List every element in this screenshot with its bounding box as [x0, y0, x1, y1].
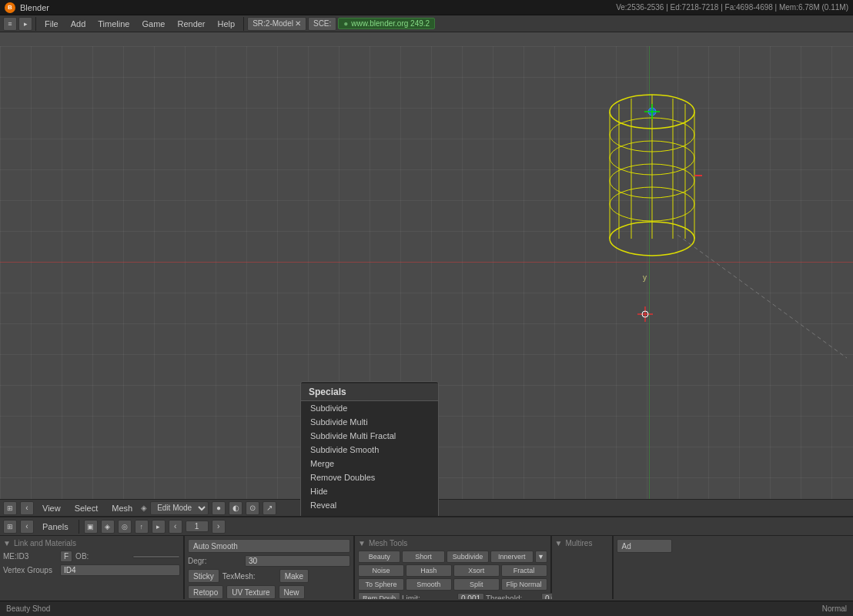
center-panel: Auto Smooth Degr: Sticky TexMesh: Make R… — [185, 536, 355, 599]
panels-icon-d[interactable]: ↑ — [135, 520, 149, 534]
y-axis-label: y — [643, 273, 647, 282]
mesh-row-1: Beauty Short Subdivide Innervert ▼ — [358, 551, 547, 563]
new-btn[interactable]: New — [279, 585, 305, 599]
mesh-dropdown-btn[interactable]: ▼ — [535, 551, 547, 563]
svg-line-21 — [677, 235, 847, 358]
split-btn[interactable]: Split — [453, 578, 500, 591]
multires-title: ▼ Multires — [555, 539, 609, 547]
degr-row: Degr: — [188, 555, 350, 567]
add-btn[interactable]: Ad — [617, 539, 672, 553]
dashed-line — [677, 235, 853, 390]
scene-icon[interactable]: ◐ — [229, 501, 243, 515]
menu-timeline[interactable]: Timeline — [92, 18, 135, 30]
beauty-shod-label: Beauty Shod — [6, 604, 50, 613]
vertex-groups-input[interactable]: ID4 — [60, 564, 180, 576]
link-materials-panel: ▼ Link and Materials ME:ID3 F OB: Vertex… — [0, 536, 185, 599]
ctx-subdivide[interactable]: Subdivide — [301, 401, 438, 415]
ctx-hide[interactable]: Hide — [301, 484, 438, 498]
auto-smooth-btn[interactable]: Auto Smooth — [188, 539, 350, 553]
3d-cylinder — [602, 89, 694, 258]
link-materials-title: ▼ Link and Materials — [3, 539, 180, 547]
auto-smooth-row: Auto Smooth — [188, 539, 350, 553]
menu-file[interactable]: File — [39, 18, 64, 30]
frame-next[interactable]: › — [212, 520, 226, 534]
viewport[interactable]: y — [0, 46, 853, 516]
sticky-btn[interactable]: Sticky — [188, 569, 219, 583]
mesh-tools-panel: ▼ Mesh Tools Beauty Short Subdivide Inne… — [355, 536, 552, 599]
prop-icon[interactable]: ↗ — [263, 501, 276, 515]
render-icon[interactable]: ● — [212, 501, 226, 515]
context-menu-title: Specials — [301, 383, 438, 401]
menu-game[interactable]: Game — [136, 18, 170, 30]
window-title: Blender — [20, 3, 49, 12]
scene-dropdown[interactable]: SR:2-Model ✕ — [247, 17, 306, 31]
panels-label[interactable]: Panels — [37, 521, 74, 533]
noise-btn[interactable]: Noise — [358, 564, 404, 577]
degr-input[interactable] — [245, 555, 350, 567]
viewport-icon-grid[interactable]: ⊞ — [3, 501, 17, 515]
context-menu: Specials Subdivide Subdivide Multi Subdi… — [300, 381, 439, 516]
menubar: ≡ ▸ File Add Timeline Game Render Help S… — [0, 15, 853, 32]
short-btn[interactable]: Short — [402, 551, 444, 563]
mode-dropdown[interactable]: Edit Mode — [150, 501, 209, 515]
mode-icon: ◈ — [141, 504, 147, 512]
status-bar-bottom: Beauty Shod Normal — [0, 601, 853, 616]
snap-icon[interactable]: ⊙ — [246, 501, 259, 515]
fractal-btn[interactable]: Fractal — [501, 564, 547, 577]
menu-help[interactable]: Help — [212, 18, 241, 30]
ctx-subdivide-multi-fractal[interactable]: Subdivide Multi Fractal — [301, 429, 438, 443]
menu-render[interactable]: Render — [172, 18, 210, 30]
sce-dropdown[interactable]: SCE: — [308, 17, 336, 31]
titlebar: B Blender Ve:2536-2536 | Ed:7218-7218 | … — [0, 0, 853, 15]
ob-input[interactable] — [132, 555, 180, 558]
xsort-btn[interactable]: Xsort — [453, 564, 500, 577]
menu-add[interactable]: Add — [65, 18, 92, 30]
make-btn[interactable]: Make — [279, 569, 309, 583]
ctx-remove-doubles[interactable]: Remove Doubles — [301, 470, 438, 484]
blender-logo: B — [5, 2, 15, 13]
add-panel: Ad — [614, 536, 675, 599]
me-row: ME:ID3 F OB: — [3, 551, 180, 562]
select-label[interactable]: Select — [69, 502, 104, 514]
panels-icon-e[interactable]: ▸ — [152, 520, 166, 534]
panels-area: ▼ Link and Materials ME:ID3 F OB: Vertex… — [0, 536, 853, 599]
multires-panel: ▼ Multires — [552, 536, 614, 599]
mesh-tools-title: ▼ Mesh Tools — [358, 539, 547, 547]
retopo-btn[interactable]: Retopo — [188, 585, 223, 599]
vertex-groups-row: Vertex Groups ID4 — [3, 564, 180, 576]
innervert-btn[interactable]: Innervert — [490, 551, 533, 563]
beauty-btn[interactable]: Beauty — [358, 551, 400, 563]
ctx-subdivide-smooth[interactable]: Subdivide Smooth — [301, 443, 438, 457]
frame-input[interactable]: 1 — [186, 521, 209, 532]
view-label[interactable]: View — [37, 502, 66, 514]
panels-icon[interactable]: ⊞ — [3, 520, 17, 534]
rem-doub-btn[interactable]: Rem Doub — [358, 592, 400, 599]
panels-icon-b[interactable]: ◈ — [101, 520, 115, 534]
ctx-reveal[interactable]: Reveal — [301, 498, 438, 512]
mesh-label[interactable]: Mesh — [106, 502, 138, 514]
panels-icon-a[interactable]: ▣ — [84, 520, 98, 534]
menu-arrow-btn[interactable]: ▸ — [18, 17, 32, 31]
url-bar: ● www.blender.org 249.2 — [338, 18, 435, 29]
to-sphere-btn[interactable]: To Sphere — [358, 578, 404, 591]
smooth-btn[interactable]: Smooth — [406, 578, 452, 591]
uv-texture-btn[interactable]: UV Texture — [226, 585, 275, 599]
info-stats: Ve:2536-2536 | Ed:7218-7218 | Fa:4698-46… — [616, 3, 848, 12]
hash-btn[interactable]: Hash — [406, 564, 452, 577]
rem-doub-row: Rem Doub Limit: Threshold: — [358, 592, 547, 599]
normal-label: Normal — [822, 604, 847, 613]
flip-normal-btn[interactable]: Flip Normal — [501, 578, 547, 591]
limit-input[interactable] — [457, 593, 484, 600]
tex-mesh-row: Sticky TexMesh: Make — [188, 569, 350, 583]
frame-prev[interactable]: ‹ — [169, 520, 182, 534]
panels-arrow[interactable]: ‹ — [20, 520, 34, 534]
menu-icon-btn[interactable]: ≡ — [3, 17, 17, 31]
subdivide-btn[interactable]: Subdivide — [447, 551, 489, 563]
ctx-subdivide-multi[interactable]: Subdivide Multi — [301, 415, 438, 429]
panels-icon-c[interactable]: ◎ — [118, 520, 132, 534]
viewport-arrow-left[interactable]: ‹ — [20, 501, 34, 515]
bottom-area: ⊞ ‹ Panels ▣ ◈ ◎ ↑ ▸ ‹ 1 › ▼ Link and Ma… — [0, 516, 853, 616]
ctx-merge[interactable]: Merge — [301, 457, 438, 470]
retopo-row: Retopo UV Texture New — [188, 585, 350, 599]
ctx-select-swap[interactable]: Select Swap — [301, 512, 438, 516]
